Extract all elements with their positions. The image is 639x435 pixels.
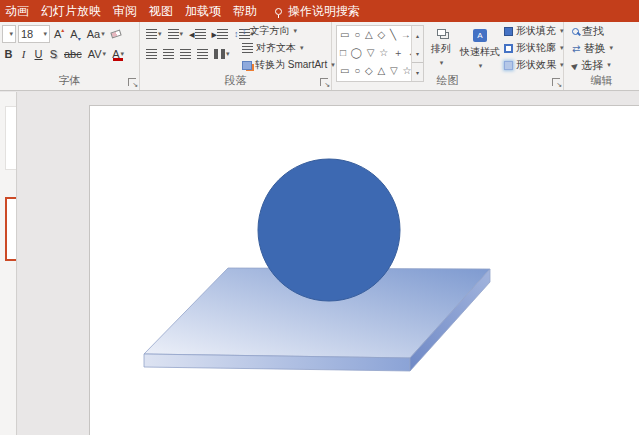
justify-icon bbox=[197, 49, 208, 59]
drawing-dialog-launcher[interactable] bbox=[552, 78, 560, 86]
text-direction-button[interactable]: ↕ 文字方向 ▾ bbox=[242, 23, 297, 39]
dropdown-caret-icon: ▾ bbox=[120, 50, 124, 58]
text-direction-icon: ↕ bbox=[242, 26, 247, 36]
editing-group: 查找 ⇄ 替换 ▾ ▶ 选择 ▾ 编辑 bbox=[564, 22, 639, 90]
shape-outline-label: 形状轮廓 bbox=[516, 41, 556, 55]
align-text-button[interactable]: 对齐文本 ▾ bbox=[242, 40, 304, 56]
align-left-icon bbox=[146, 49, 157, 59]
sphere-shape[interactable] bbox=[258, 159, 400, 301]
dropdown-caret-icon: ▾ bbox=[300, 44, 304, 52]
font-color-button[interactable]: A▾ bbox=[110, 45, 126, 63]
align-center-button[interactable] bbox=[161, 45, 176, 63]
tab-review[interactable]: 审阅 bbox=[113, 3, 137, 20]
dropdown-caret-icon: ▾ bbox=[479, 62, 483, 70]
shape-effects-button[interactable]: 形状效果 ▾ bbox=[504, 57, 564, 73]
tell-me[interactable]: 操作说明搜索 bbox=[275, 3, 360, 20]
numbering-button[interactable]: ▾ bbox=[166, 25, 186, 43]
increase-font-size-button[interactable]: A▴ bbox=[52, 25, 66, 43]
paragraph-dialog-launcher[interactable] bbox=[320, 78, 328, 86]
slide-thumbnail-panel[interactable] bbox=[0, 92, 17, 435]
columns-button[interactable]: ▾ bbox=[212, 45, 232, 63]
shape-outline-icon bbox=[504, 44, 513, 53]
align-right-button[interactable] bbox=[178, 45, 193, 63]
down-arrow-icon: ▾ bbox=[78, 35, 81, 42]
dropdown-caret-icon: ▾ bbox=[101, 30, 105, 38]
arrange-icon bbox=[437, 29, 446, 36]
italic-button[interactable]: I bbox=[17, 45, 30, 63]
eraser-icon bbox=[110, 30, 121, 39]
dropdown-caret-icon: ▾ bbox=[609, 44, 613, 52]
bullets-button[interactable]: ▾ bbox=[144, 25, 164, 43]
align-center-icon bbox=[163, 49, 174, 59]
shape-gallery-row[interactable]: □ ◯ ▽ ☆ ＋ ↔ bbox=[337, 44, 411, 62]
select-button[interactable]: ▶ 选择 ▾ bbox=[572, 57, 611, 73]
clear-formatting-button[interactable] bbox=[109, 25, 123, 43]
shape-gallery-row[interactable]: ▭ ○ △ ◇ ╲ → bbox=[337, 26, 411, 44]
justify-button[interactable] bbox=[195, 45, 210, 63]
font-group: ▾ 18 ▾ A▴ A▾ Aa▾ B I U S abc bbox=[0, 22, 140, 90]
select-pointer-icon: ▶ bbox=[570, 60, 581, 71]
tab-slideshow[interactable]: 幻灯片放映 bbox=[41, 3, 101, 20]
replace-label: 替换 bbox=[583, 41, 605, 56]
font-color-glyph: A bbox=[112, 48, 119, 60]
find-button[interactable]: 查找 bbox=[572, 23, 604, 39]
align-left-button[interactable] bbox=[144, 45, 159, 63]
bold-button[interactable]: B bbox=[2, 45, 15, 63]
replace-button[interactable]: ⇄ 替换 ▾ bbox=[572, 40, 613, 56]
lines-icon bbox=[217, 29, 228, 39]
find-label: 查找 bbox=[582, 24, 604, 39]
replace-icon: ⇄ bbox=[572, 43, 580, 54]
dropdown-caret-icon: ▾ bbox=[560, 44, 564, 52]
tab-view[interactable]: 视图 bbox=[149, 3, 173, 20]
font-name-combo[interactable]: ▾ bbox=[2, 25, 16, 43]
tab-animations[interactable]: 动画 bbox=[5, 3, 29, 20]
text-direction-label: 文字方向 bbox=[250, 24, 290, 38]
tell-me-label: 操作说明搜索 bbox=[288, 3, 360, 20]
slide-thumbnail-selected[interactable] bbox=[5, 197, 17, 261]
smartart-icon bbox=[242, 61, 252, 70]
drawing-group-label: 绘图 bbox=[332, 73, 563, 88]
editing-group-label: 编辑 bbox=[564, 73, 639, 88]
tab-addins[interactable]: 加载项 bbox=[185, 3, 221, 20]
smartart-label: 转换为 SmartArt bbox=[255, 58, 327, 72]
shape-fill-button[interactable]: 形状填充 ▾ bbox=[504, 23, 564, 39]
increase-indent-button[interactable]: ▸ bbox=[210, 25, 231, 43]
lines-icon bbox=[195, 29, 206, 39]
dropdown-caret-icon: ▾ bbox=[180, 30, 184, 38]
tell-me-icon bbox=[275, 8, 282, 15]
font-size-combo[interactable]: 18 ▾ bbox=[18, 25, 50, 43]
dropdown-caret-icon: ▾ bbox=[560, 27, 564, 35]
character-spacing-button[interactable]: AV▾ bbox=[86, 45, 108, 63]
shape-outline-button[interactable]: 形状轮廓 ▾ bbox=[504, 40, 564, 56]
up-arrow-icon: ▴ bbox=[61, 26, 64, 33]
dropdown-caret-icon: ▾ bbox=[607, 61, 611, 69]
decrease-font-size-button[interactable]: A▾ bbox=[68, 25, 82, 43]
numbered-list-icon bbox=[168, 29, 179, 39]
dropdown-caret-icon: ▾ bbox=[103, 50, 107, 58]
change-case-glyph: Aa bbox=[87, 28, 100, 40]
columns-icon bbox=[214, 49, 225, 59]
slide-workspace bbox=[18, 92, 639, 435]
decrease-indent-button[interactable]: ◂ bbox=[187, 25, 208, 43]
convert-to-smartart-button[interactable]: 转换为 SmartArt ▾ bbox=[242, 57, 335, 73]
strikethrough-button[interactable]: abc bbox=[62, 45, 84, 63]
tab-help[interactable]: 帮助 bbox=[233, 3, 257, 20]
slide-canvas[interactable] bbox=[89, 105, 639, 435]
search-icon bbox=[572, 28, 579, 35]
shapes-scroll-down-button[interactable]: ▾ bbox=[412, 44, 423, 62]
slide-drawing bbox=[90, 106, 639, 435]
quick-styles-icon: A bbox=[473, 29, 487, 42]
change-case-button[interactable]: Aa▾ bbox=[85, 25, 107, 43]
shape-effects-icon bbox=[504, 61, 513, 70]
slide-thumbnail[interactable] bbox=[5, 106, 17, 170]
quick-styles-label: 快速样式 bbox=[460, 45, 500, 59]
underline-button[interactable]: U bbox=[32, 45, 45, 63]
dropdown-caret-icon: ▾ bbox=[440, 59, 444, 67]
decrease-font-glyph: A bbox=[70, 28, 77, 40]
shapes-scroll-up-button[interactable]: ▴ bbox=[412, 26, 423, 44]
text-shadow-button[interactable]: S bbox=[47, 45, 60, 63]
font-dialog-launcher[interactable] bbox=[128, 78, 136, 86]
dropdown-caret-icon: ▾ bbox=[226, 50, 230, 58]
shape-fill-label: 形状填充 bbox=[516, 24, 556, 38]
dropdown-caret-icon: ▾ bbox=[9, 30, 13, 38]
